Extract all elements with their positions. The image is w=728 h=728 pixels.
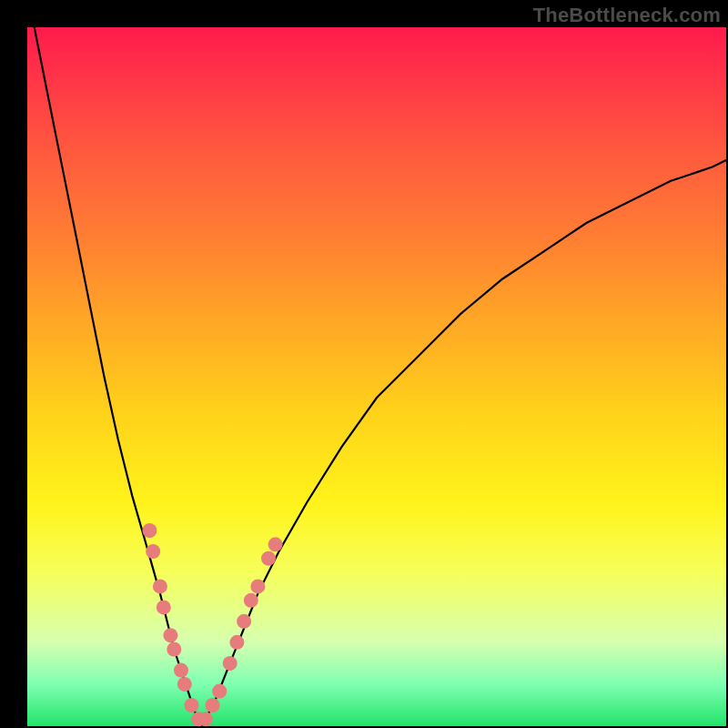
data-dot bbox=[146, 544, 160, 559]
right-curve bbox=[202, 160, 726, 726]
data-dot bbox=[212, 684, 227, 699]
data-dot bbox=[153, 579, 167, 593]
data-dot bbox=[198, 712, 213, 726]
data-dot bbox=[163, 628, 177, 642]
chart-svg bbox=[27, 27, 726, 726]
data-dot bbox=[185, 698, 199, 713]
plot-area bbox=[27, 27, 726, 726]
dots-group bbox=[142, 523, 282, 726]
data-dot bbox=[174, 663, 188, 678]
data-dot bbox=[167, 642, 181, 657]
data-dot bbox=[206, 698, 220, 713]
data-dot bbox=[223, 656, 238, 671]
data-dot bbox=[237, 614, 251, 629]
data-dot bbox=[244, 593, 258, 608]
data-dot bbox=[229, 635, 244, 650]
data-dot bbox=[268, 537, 283, 551]
left-curve bbox=[35, 27, 202, 726]
data-dot bbox=[177, 677, 192, 692]
chart-frame: TheBottleneck.com bbox=[0, 0, 728, 728]
data-dot bbox=[261, 551, 276, 566]
watermark-text: TheBottleneck.com bbox=[533, 4, 721, 27]
data-dot bbox=[142, 523, 157, 538]
data-dot bbox=[250, 579, 265, 593]
data-dot bbox=[157, 600, 171, 614]
